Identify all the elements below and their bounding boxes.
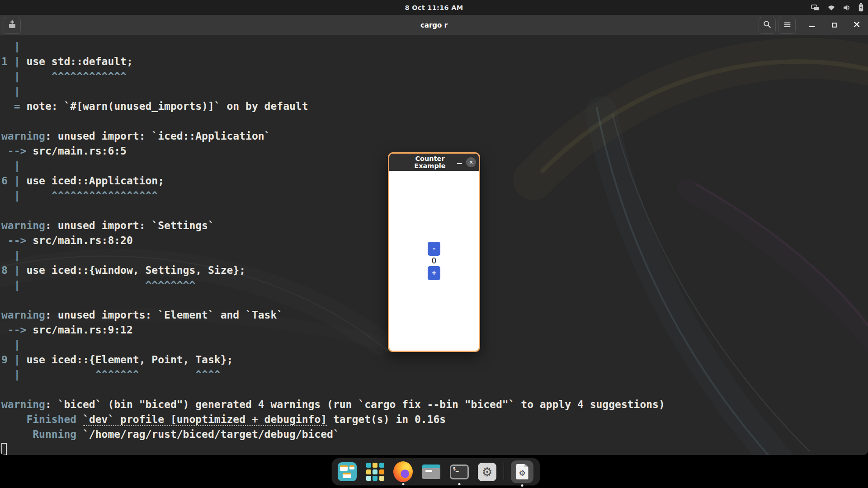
dock-item-window-tiling[interactable] xyxy=(337,462,357,482)
new-tab-icon xyxy=(8,20,17,30)
maximize-icon xyxy=(832,21,837,29)
terminal-app-icon: $_ xyxy=(450,465,469,479)
terminal-line: 9 | use iced::{Element, Point, Task}; xyxy=(1,352,868,367)
close-button[interactable] xyxy=(850,19,863,32)
dock: $_ ⚙ ⚙ xyxy=(331,458,540,486)
terminal-line: | xyxy=(1,84,868,99)
terminal-line: | ^^^^^^^ ^^^^ xyxy=(1,367,868,382)
terminal-titlebar[interactable]: cargo r xyxy=(0,15,868,35)
search-button[interactable] xyxy=(759,17,776,34)
terminal-line xyxy=(1,442,868,455)
menu-button[interactable] xyxy=(778,17,796,34)
battery-charging-icon xyxy=(859,3,863,12)
counter-value: 0 xyxy=(432,257,437,265)
dock-item-app-grid[interactable] xyxy=(365,462,385,482)
settings-gear-icon: ⚙ xyxy=(478,463,496,481)
increment-button[interactable]: + xyxy=(428,266,440,280)
minimize-icon xyxy=(809,21,815,29)
dock-item-files[interactable] xyxy=(421,462,441,482)
terminal-line xyxy=(1,382,868,397)
terminal-line: = note: `#[warn(unused_imports)]` on by … xyxy=(1,99,868,114)
dock-item-firefox[interactable] xyxy=(393,462,413,482)
counter-close-button[interactable]: ✕ xyxy=(466,157,476,167)
screen-cast-icon xyxy=(811,4,820,12)
dock-item-terminal[interactable]: $_ xyxy=(449,462,469,482)
top-bar: 8 Oct 11:16 AM xyxy=(0,0,868,15)
wifi-icon xyxy=(827,5,835,11)
counter-body: - 0 + xyxy=(389,171,479,351)
new-tab-button[interactable] xyxy=(4,17,21,34)
volume-icon xyxy=(843,5,851,11)
terminal-line: | ^^^^^^^^^^^^ xyxy=(1,69,868,84)
terminal-line: Finished `dev` profile [unoptimized + de… xyxy=(1,412,868,427)
hamburger-menu-icon xyxy=(784,21,791,29)
counter-minimize-button[interactable] xyxy=(456,157,462,168)
terminal-line: 1 | use std::default; xyxy=(1,54,868,69)
files-folder-icon xyxy=(422,465,440,479)
terminal-line: | xyxy=(1,39,868,54)
search-icon xyxy=(763,20,771,30)
terminal-line: Running `/home/rag/rust/biced/target/deb… xyxy=(1,427,868,442)
app-grid-icon xyxy=(366,463,384,481)
minimize-icon xyxy=(457,163,462,164)
dock-separator xyxy=(504,463,504,480)
decrement-button[interactable]: - xyxy=(428,242,440,256)
clock[interactable]: 8 Oct 11:16 AM xyxy=(405,0,463,15)
counter-window-title: Counter Example xyxy=(404,155,456,169)
terminal-line: warning: unused import: `iced::Applicati… xyxy=(1,129,868,144)
window-tiling-icon xyxy=(338,462,357,481)
maximize-button[interactable] xyxy=(827,19,841,32)
terminal-title: cargo r xyxy=(420,15,448,35)
status-area[interactable] xyxy=(811,0,863,15)
minimize-button[interactable] xyxy=(805,19,818,32)
dock-item-settings[interactable]: ⚙ xyxy=(477,462,497,482)
dock-item-biced-app[interactable]: ⚙ xyxy=(511,460,533,483)
firefox-icon xyxy=(393,461,413,482)
close-icon xyxy=(854,21,860,29)
close-icon: ✕ xyxy=(469,160,473,165)
terminal-line xyxy=(1,114,868,129)
terminal-line: warning: `biced` (bin "biced") generated… xyxy=(1,397,868,412)
counter-titlebar[interactable]: Counter Example ✕ xyxy=(389,154,479,171)
biced-app-icon: ⚙ xyxy=(516,464,528,479)
counter-example-window: Counter Example ✕ - 0 + xyxy=(388,152,480,352)
